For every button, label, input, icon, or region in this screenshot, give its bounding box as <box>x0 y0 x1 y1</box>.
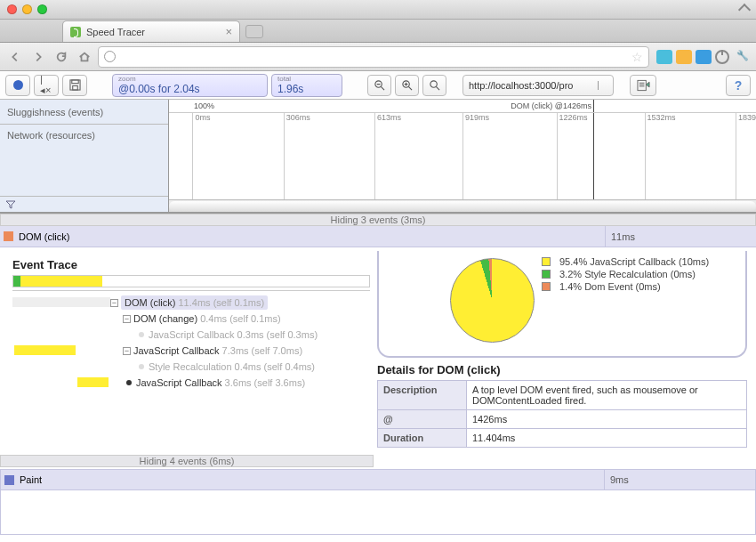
dom-click-label: DOM (click) <box>19 231 69 242</box>
event-tree-list: −DOM (click) 11.4ms (self 0.1ms)−DOM (ch… <box>110 295 370 391</box>
timeline-sidebar: Sluggishness (events) Network (resources… <box>0 100 169 212</box>
table-row: @1426ms <box>378 410 747 429</box>
total-label: total <box>277 75 336 83</box>
help-button[interactable]: ? <box>726 75 751 96</box>
zoom-window[interactable] <box>37 4 47 14</box>
event-tree: −DOM (click) 11.4ms (self 0.1ms)−DOM (ch… <box>12 290 370 391</box>
table-row: Duration11.404ms <box>378 429 747 448</box>
extension-icon[interactable] <box>656 50 672 64</box>
speedtracer-toolbar: |◂× zoom @0.00s for 2.04s total 1.96s ht… <box>0 71 756 100</box>
zoom-in-button[interactable] <box>395 75 419 96</box>
color-swatch-icon <box>542 270 551 279</box>
svg-rect-1 <box>71 80 77 84</box>
marker-label: DOM (click) @1426ms <box>511 101 591 110</box>
paint-details-area <box>0 490 756 535</box>
timeline-scrollbar[interactable] <box>169 199 756 212</box>
trace-strip[interactable] <box>12 275 370 287</box>
event-trace-title: Event Trace <box>12 258 370 271</box>
event-tree-row[interactable]: JavaScript Callback 3.6ms (self 3.6ms) <box>110 375 370 391</box>
reload-button[interactable] <box>52 47 71 67</box>
time-axis: 0ms 306ms 613ms 919ms 1226ms 1532ms 1839… <box>169 112 756 123</box>
browser-toolbar: ☆ 🔧 <box>0 43 756 71</box>
zoom-value: @0.00s for 2.04s <box>118 83 261 95</box>
table-row: DescriptionA top level DOM event fired, … <box>378 381 747 410</box>
zoom-out-button[interactable] <box>367 75 391 96</box>
svg-point-5 <box>430 81 437 87</box>
close-tab-icon[interactable]: × <box>225 25 232 38</box>
legend-row: 95.4% JavaScript Callback (10ms) <box>542 256 709 267</box>
collapse-icon[interactable]: − <box>123 347 131 355</box>
legend-row: 1.4% Dom Event (0ms) <box>542 281 709 292</box>
bullet-icon <box>139 364 144 369</box>
breakdown-pie-chart <box>450 258 535 343</box>
address-bar[interactable]: ☆ <box>98 46 649 68</box>
extension-icon[interactable] <box>676 50 692 64</box>
paint-duration: 9ms <box>604 470 755 489</box>
zoom-range-display[interactable]: zoom @0.00s for 2.04s <box>112 74 268 97</box>
details-title: Details for DOM (click) <box>377 363 747 376</box>
svg-rect-6 <box>637 80 645 90</box>
browser-tab[interactable]: Speed Tracer × <box>62 20 240 42</box>
filter-button[interactable] <box>0 196 168 212</box>
paint-summary-row[interactable]: Paint 9ms <box>0 469 756 490</box>
event-tree-row[interactable]: −JavaScript Callback 7.3ms (self 7.0ms) <box>110 343 370 359</box>
scrollbar-thumb[interactable] <box>169 201 756 212</box>
total-value: 1.96s <box>277 83 336 95</box>
timeline-panel: Sluggishness (events) Network (resources… <box>0 100 756 214</box>
color-swatch-icon <box>4 231 13 241</box>
extension-icon[interactable] <box>696 50 712 64</box>
url-value: http://localhost:3000/pro <box>469 80 573 91</box>
event-tree-row[interactable]: Style Recalculation 0.4ms (self 0.4ms) <box>110 359 370 375</box>
event-tree-row[interactable]: −DOM (click) 11.4ms (self 0.1ms) <box>110 295 370 311</box>
event-tree-row[interactable]: −DOM (change) 0.4ms (self 0.1ms) <box>110 311 370 327</box>
browser-tab-strip: Speed Tracer × <box>0 20 756 43</box>
bullet-icon <box>139 332 144 337</box>
pie-legend: 95.4% JavaScript Callback (10ms) 3.2% St… <box>542 255 709 343</box>
globe-icon <box>104 51 116 62</box>
event-trace-panel: Event Trace −DOM (click) 11.4ms (self 0.… <box>0 247 374 455</box>
new-tab-button[interactable] <box>245 25 263 38</box>
report-button[interactable] <box>630 75 656 96</box>
home-button[interactable] <box>75 47 94 67</box>
percent-label: 100% <box>194 101 214 110</box>
collapse-icon[interactable]: − <box>123 315 131 323</box>
total-time-display: total 1.96s <box>271 74 342 97</box>
timeline-graph[interactable]: 100% DOM (click) @1426ms 0ms 306ms 613ms… <box>169 100 756 212</box>
hiding-events-bar[interactable]: Hiding 4 events (6ms) <box>0 455 374 467</box>
color-swatch-icon <box>542 282 551 291</box>
paint-label: Paint <box>20 474 42 485</box>
sluggishness-row[interactable]: Sluggishness (events) <box>0 100 168 125</box>
event-tree-row[interactable]: JavaScript Callback 0.3ms (self 0.3ms) <box>110 327 370 343</box>
back-button[interactable] <box>5 47 25 67</box>
bullet-icon <box>126 380 132 385</box>
fullscreen-icon[interactable] <box>738 3 751 15</box>
bookmark-star-icon[interactable]: ☆ <box>631 50 643 64</box>
hiding-events-bar[interactable]: Hiding 3 events (3ms) <box>0 214 756 226</box>
minimize-window[interactable] <box>22 4 32 14</box>
record-icon <box>13 80 23 90</box>
stopwatch-icon[interactable] <box>715 50 729 64</box>
details-panel: Event Trace −DOM (click) 11.4ms (self 0.… <box>0 247 756 455</box>
dom-click-duration: 11ms <box>605 226 756 247</box>
breakdown-panel: 95.4% JavaScript Callback (10ms) 3.2% St… <box>374 247 756 455</box>
save-button[interactable] <box>62 75 87 96</box>
color-swatch-icon <box>4 475 14 485</box>
record-button[interactable] <box>5 75 30 96</box>
network-row[interactable]: Network (resources) <box>0 125 168 196</box>
tree-mini-bars <box>12 295 110 391</box>
dom-click-summary-row[interactable]: DOM (click) 11ms <box>0 226 756 247</box>
page-url-select[interactable]: http://localhost:3000/pro <box>462 75 614 96</box>
wrench-menu-icon[interactable]: 🔧 <box>736 50 751 64</box>
speedtracer-favicon-icon <box>70 27 81 37</box>
extensions <box>656 50 729 64</box>
close-window[interactable] <box>7 4 17 14</box>
zoom-all-button[interactable] <box>422 75 446 96</box>
color-swatch-icon <box>542 257 551 266</box>
details-table: DescriptionA top level DOM event fired, … <box>377 380 747 448</box>
reset-button[interactable]: |◂× <box>34 75 59 96</box>
collapse-icon[interactable]: − <box>110 299 118 307</box>
tab-title: Speed Tracer <box>86 27 145 37</box>
window-titlebar <box>0 0 756 20</box>
zoom-label: zoom <box>118 75 261 83</box>
forward-button[interactable] <box>28 47 48 67</box>
